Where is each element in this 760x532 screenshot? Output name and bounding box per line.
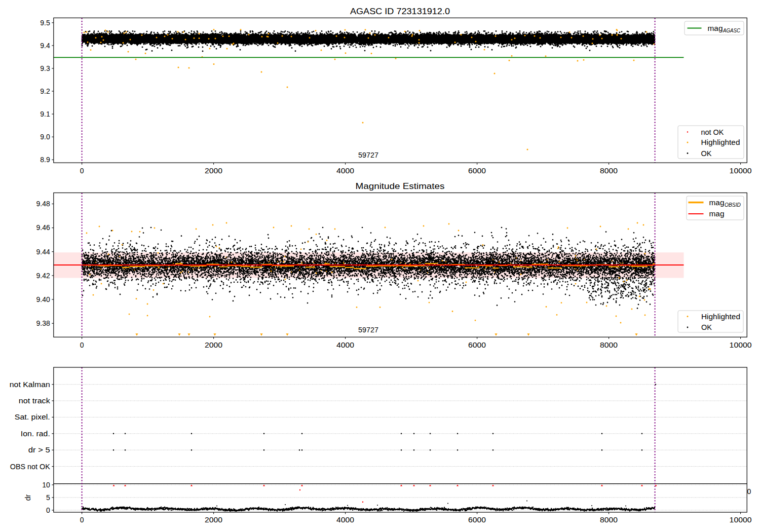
svg-text:59727: 59727 [358, 151, 378, 159]
svg-text:8000: 8000 [600, 167, 618, 175]
svg-text:mag: mag [708, 24, 723, 32]
svg-text:Ion. rad.: Ion. rad. [21, 430, 50, 438]
svg-text:mag: mag [709, 210, 725, 218]
svg-text:OBS not OK: OBS not OK [10, 463, 51, 471]
svg-text:dr > 5: dr > 5 [28, 446, 50, 454]
svg-text:10000: 10000 [730, 341, 752, 349]
svg-text:not track: not track [19, 397, 51, 405]
svg-text:9.5: 9.5 [40, 19, 50, 27]
svg-text:Sat. pixel.: Sat. pixel. [15, 413, 50, 421]
svg-text:9.3: 9.3 [40, 64, 50, 72]
svg-text:9.48: 9.48 [36, 200, 50, 208]
svg-text:0: 0 [80, 167, 84, 175]
svg-text:Highlighted: Highlighted [701, 138, 740, 146]
svg-text:9.38: 9.38 [36, 319, 50, 327]
svg-text:9.46: 9.46 [36, 223, 50, 232]
svg-text:Highlighted: Highlighted [701, 313, 740, 321]
svg-text:not OK: not OK [701, 128, 725, 136]
svg-text:0: 0 [80, 341, 84, 349]
svg-text:0: 0 [80, 516, 84, 524]
svg-text:10000: 10000 [730, 167, 752, 175]
svg-text:AGASC ID 723131912.0: AGASC ID 723131912.0 [350, 7, 450, 16]
svg-text:10000: 10000 [730, 516, 752, 524]
svg-text:0: 0 [747, 487, 751, 496]
svg-text:4000: 4000 [336, 516, 354, 524]
svg-text:mag: mag [709, 199, 725, 207]
svg-text:9.0: 9.0 [40, 133, 50, 141]
svg-text:6000: 6000 [468, 341, 486, 349]
svg-text:9.2: 9.2 [40, 87, 50, 95]
svg-text:5: 5 [46, 493, 50, 502]
svg-text:2000: 2000 [205, 341, 222, 349]
svg-text:8000: 8000 [600, 516, 618, 524]
svg-text:59727: 59727 [358, 326, 378, 334]
svg-text:6000: 6000 [468, 516, 486, 524]
svg-text:2000: 2000 [205, 167, 222, 175]
svg-text:9.44: 9.44 [36, 248, 50, 256]
svg-text:dr: dr [24, 494, 32, 501]
svg-text:10: 10 [42, 481, 50, 489]
svg-text:8.9: 8.9 [40, 156, 50, 164]
svg-text:9.42: 9.42 [36, 272, 50, 280]
svg-text:not Kalman: not Kalman [10, 381, 50, 389]
svg-text:8000: 8000 [600, 341, 618, 349]
svg-text:OK: OK [701, 323, 712, 331]
svg-text:9.4: 9.4 [40, 42, 50, 50]
svg-text:4000: 4000 [336, 341, 354, 349]
svg-text:Magnitude Estimates: Magnitude Estimates [356, 181, 445, 191]
svg-text:0: 0 [46, 506, 50, 514]
svg-text:9.40: 9.40 [36, 295, 50, 303]
svg-text:2000: 2000 [205, 516, 222, 524]
svg-text:OK: OK [701, 149, 712, 158]
svg-text:OBSID: OBSID [725, 202, 741, 208]
svg-text:4000: 4000 [336, 167, 354, 175]
svg-text:AGASC: AGASC [723, 28, 741, 33]
svg-text:9.1: 9.1 [40, 110, 50, 118]
svg-text:6000: 6000 [468, 167, 486, 175]
